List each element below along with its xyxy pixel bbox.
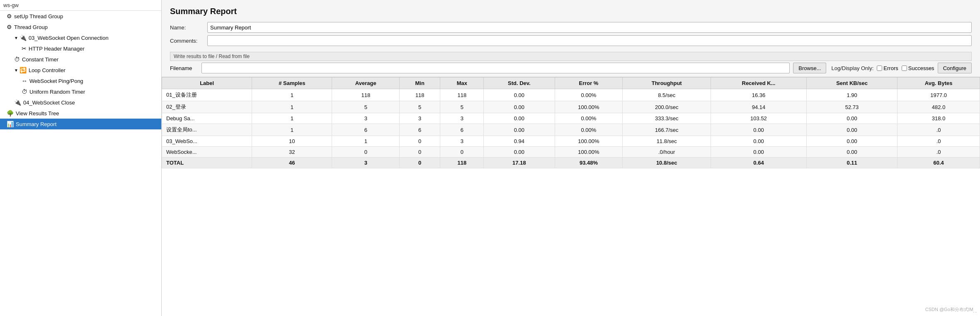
table-cell: 0.00	[806, 136, 897, 147]
table-cell: 3	[400, 113, 440, 124]
table-body: 01_设备注册11181181180.000.00%8.5/sec16.361.…	[162, 89, 980, 168]
table-cell: 3	[332, 158, 400, 168]
sidebar-item-label: 04_WebSocket Close	[23, 100, 158, 106]
table-row: 01_设备注册11181181180.000.00%8.5/sec16.361.…	[162, 89, 980, 101]
table-cell: 3	[440, 113, 484, 124]
plug-icon: 🔌	[14, 99, 21, 106]
name-label: Name:	[170, 24, 207, 31]
table-cell: 01_设备注册	[162, 89, 252, 101]
sidebar-item-label: Uniform Random Timer	[29, 89, 158, 95]
sidebar-item-setup-thread-group[interactable]: ⚙ setUp Thread Group	[0, 11, 161, 22]
table-row: 02_登录15550.00100.00%200.0/sec94.1452.734…	[162, 101, 980, 113]
sidebar-item-label: View Results Tree	[16, 110, 158, 117]
gear-icon: ⚙	[7, 24, 12, 30]
table-cell: 166.7/sec	[623, 124, 711, 136]
table-cell: WebSocke...	[162, 147, 252, 158]
errors-checkbox-label[interactable]: Errors	[877, 65, 898, 71]
table-cell: 6	[440, 124, 484, 136]
drag-handle[interactable]: ⋮	[970, 309, 980, 316]
table-cell: 8.5/sec	[623, 89, 711, 101]
table-cell: 02_登录	[162, 101, 252, 113]
table-cell: 0.00	[484, 101, 555, 113]
table-cell: 0.00	[711, 136, 807, 147]
configure-button[interactable]: Configure	[938, 63, 972, 73]
sidebar-item-uniform-random-timer[interactable]: ⏱ Uniform Random Timer	[0, 86, 161, 97]
table-cell: 5	[332, 101, 400, 113]
table-cell: 100.00%	[555, 101, 623, 113]
sidebar-item-label: setUp Thread Group	[14, 13, 158, 19]
table-cell: 1.90	[806, 89, 897, 101]
sidebar-item-websocket-close[interactable]: 🔌 04_WebSocket Close	[0, 97, 161, 108]
table-cell: 5	[400, 101, 440, 113]
write-results-title: Write results to file / Read from file	[170, 52, 972, 61]
filename-input[interactable]	[201, 63, 790, 73]
sidebar-item-label: 03_WebSocket Open Connection	[29, 35, 158, 41]
table-cell: 46	[252, 158, 332, 168]
table-cell: TOTAL	[162, 158, 252, 168]
sidebar-item-constant-timer[interactable]: ⏱ Constant Timer	[0, 54, 161, 65]
table-cell: 11.8/sec	[623, 136, 711, 147]
name-input[interactable]	[207, 22, 972, 33]
comments-input[interactable]	[207, 35, 972, 46]
write-results-section: Write results to file / Read from file F…	[162, 52, 980, 77]
timer-icon: ⏱	[14, 56, 20, 63]
tree-icon: 🌳	[7, 110, 14, 117]
log-display-label: Log/Display Only:	[831, 65, 873, 71]
table-cell: 3	[332, 113, 400, 124]
timer-icon: ⏱	[22, 88, 27, 95]
table-cell: 0.00%	[555, 89, 623, 101]
col-header: Error %	[555, 78, 623, 89]
table-cell: .0	[898, 124, 980, 136]
sidebar-item-label: Constant Timer	[22, 56, 158, 63]
table-cell: 200.0/sec	[623, 101, 711, 113]
table-cell: 0	[400, 147, 440, 158]
successes-checkbox[interactable]	[902, 66, 907, 71]
table-cell: 103.52	[711, 113, 807, 124]
successes-checkbox-label[interactable]: Successes	[902, 65, 934, 71]
loop-icon: 🔁	[19, 67, 27, 73]
sidebar-top-label: ws-gw	[0, 0, 161, 11]
table-cell: 0.00%	[555, 113, 623, 124]
sidebar-item-thread-group[interactable]: ⚙ Thread Group	[0, 22, 161, 32]
table-header-row: Label# SamplesAverageMinMaxStd. Dev.Erro…	[162, 78, 980, 89]
table-cell: 482.0	[898, 101, 980, 113]
table-cell: 318.0	[898, 113, 980, 124]
table-cell: 118	[332, 89, 400, 101]
sidebar-item-ws-ping-pong[interactable]: ↔ WebSocket Ping/Pong	[0, 75, 161, 86]
sidebar-item-loop-controller[interactable]: ▼ 🔁 Loop Controller	[0, 65, 161, 75]
table-cell: 0.00	[711, 124, 807, 136]
table-cell: 100.00%	[555, 147, 623, 158]
table-cell: 333.3/sec	[623, 113, 711, 124]
table-cell: 1	[332, 136, 400, 147]
comments-row: Comments:	[170, 35, 972, 46]
table-cell: 0	[400, 136, 440, 147]
col-header: Avg. Bytes	[898, 78, 980, 89]
col-header: Min	[400, 78, 440, 89]
sidebar-item-label: Thread Group	[14, 24, 158, 30]
table-row: TOTAL463011817.1893.48%10.8/sec0.640.116…	[162, 158, 980, 168]
table-cell: 118	[440, 158, 484, 168]
table-row: WebSocke...320000.00100.00%.0/hour0.000.…	[162, 147, 980, 158]
filename-label: Filename	[170, 65, 198, 71]
table-cell: 0.11	[806, 158, 897, 168]
sidebar-item-http-header[interactable]: ✂ HTTP Header Manager	[0, 43, 161, 54]
sidebar-item-view-results-tree[interactable]: 🌳 View Results Tree	[0, 108, 161, 119]
sidebar: ws-gw ⚙ setUp Thread Group ⚙ Thread Grou…	[0, 0, 162, 316]
summary-icon: 📊	[7, 121, 14, 127]
errors-checkbox[interactable]	[877, 66, 882, 71]
table-cell: 0.00	[806, 124, 897, 136]
table-cell: 0.94	[484, 136, 555, 147]
table-cell: 6	[400, 124, 440, 136]
table-row: Debug Sa...13330.000.00%333.3/sec103.520…	[162, 113, 980, 124]
sidebar-item-websocket-open[interactable]: ▼ 🔌 03_WebSocket Open Connection	[0, 32, 161, 43]
table-cell: 03_WebSo...	[162, 136, 252, 147]
comments-label: Comments:	[170, 38, 207, 44]
sidebar-item-label: WebSocket Ping/Pong	[29, 78, 158, 84]
ws-icon: ↔	[22, 78, 27, 84]
table-cell: 118	[400, 89, 440, 101]
sidebar-item-summary-report[interactable]: 📊 Summary Report	[0, 119, 161, 129]
table-cell: 0.64	[711, 158, 807, 168]
table-cell: 32	[252, 147, 332, 158]
browse-button[interactable]: Browse...	[793, 63, 826, 73]
table-cell: 3	[440, 136, 484, 147]
